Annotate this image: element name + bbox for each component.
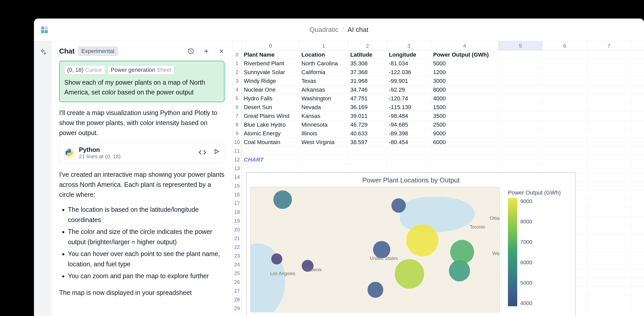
- row-header[interactable]: 16: [232, 190, 242, 199]
- cell[interactable]: [587, 138, 631, 146]
- map-bubble[interactable]: [406, 224, 438, 256]
- cell[interactable]: Nuclear One: [242, 85, 299, 94]
- map-area[interactable]: United StatesLos AngelesPhoenixTorontoOt…: [250, 187, 500, 312]
- cell[interactable]: -98.484: [387, 112, 431, 120]
- row-header[interactable]: 18: [232, 208, 242, 216]
- cell[interactable]: Coal Mountain: [242, 138, 299, 146]
- row-header[interactable]: 5: [232, 94, 242, 103]
- cell[interactable]: [543, 103, 587, 111]
- cell[interactable]: 34.746: [348, 85, 387, 94]
- row-header[interactable]: 13: [232, 164, 242, 173]
- cell[interactable]: [431, 155, 498, 164]
- cell[interactable]: -99.901: [387, 77, 431, 85]
- cell[interactable]: -80.454: [387, 138, 431, 146]
- cell[interactable]: Great Plains Wind: [242, 112, 299, 120]
- cell[interactable]: [587, 243, 631, 251]
- cell[interactable]: 4000: [431, 94, 498, 103]
- cell[interactable]: [587, 234, 631, 243]
- cell[interactable]: [299, 164, 348, 173]
- cell[interactable]: [587, 147, 631, 155]
- cell[interactable]: -115.139: [387, 103, 431, 111]
- cell[interactable]: Desert Sun: [242, 103, 299, 111]
- cell[interactable]: Minnesota: [299, 120, 348, 129]
- row-header[interactable]: 29: [232, 304, 242, 313]
- cell[interactable]: [498, 112, 543, 120]
- row-header[interactable]: 3: [232, 77, 242, 85]
- close-chat-button[interactable]: [218, 48, 225, 54]
- cell[interactable]: [587, 217, 631, 225]
- cell[interactable]: 1200: [431, 68, 498, 76]
- cell[interactable]: Texas: [299, 77, 348, 85]
- cell[interactable]: Hydro Falls: [242, 94, 299, 103]
- cell[interactable]: [498, 68, 543, 76]
- cell[interactable]: [587, 199, 631, 208]
- cell[interactable]: [242, 147, 299, 155]
- cell[interactable]: [498, 155, 543, 164]
- cell[interactable]: [587, 120, 631, 129]
- cell[interactable]: [587, 173, 631, 181]
- cell[interactable]: Windy Ridge: [242, 77, 299, 85]
- cell[interactable]: Kansas: [299, 112, 348, 120]
- cell[interactable]: [543, 138, 587, 146]
- row-header[interactable]: 0: [232, 50, 242, 59]
- cell[interactable]: [498, 129, 543, 138]
- cell[interactable]: Illinois: [299, 129, 348, 138]
- cell[interactable]: [348, 147, 387, 155]
- map-bubble[interactable]: [302, 260, 314, 272]
- cell[interactable]: [299, 155, 348, 164]
- map-bubble[interactable]: [373, 241, 390, 258]
- column-header[interactable]: 7: [587, 41, 631, 50]
- cell[interactable]: [587, 50, 631, 59]
- cell[interactable]: -92.29: [387, 85, 431, 94]
- cell[interactable]: 36.169: [348, 103, 387, 111]
- cell[interactable]: [543, 120, 587, 129]
- view-code-button[interactable]: [199, 148, 206, 157]
- cell[interactable]: [587, 287, 631, 295]
- cell[interactable]: 31.968: [348, 77, 387, 85]
- cell[interactable]: Plant Name: [242, 50, 299, 59]
- cell[interactable]: 40.633: [348, 129, 387, 138]
- breadcrumb-app[interactable]: Quadratic: [310, 26, 339, 34]
- cell[interactable]: [587, 85, 631, 94]
- cell[interactable]: Nevada: [299, 103, 348, 111]
- cell[interactable]: [543, 164, 587, 173]
- cell[interactable]: Latitude: [348, 50, 387, 59]
- map-bubble[interactable]: [271, 253, 282, 265]
- row-header[interactable]: 10: [232, 138, 242, 146]
- cell[interactable]: Riverbend Plant: [242, 59, 299, 68]
- cell[interactable]: [348, 155, 387, 164]
- sheet-corner[interactable]: [232, 41, 242, 50]
- new-chat-button[interactable]: [203, 48, 210, 55]
- cell[interactable]: [587, 304, 631, 313]
- cell[interactable]: -94.685: [387, 120, 431, 129]
- cell[interactable]: Power Output (GWh): [431, 50, 498, 59]
- ai-sparkle-button[interactable]: [37, 46, 49, 58]
- map-bubble[interactable]: [395, 259, 424, 288]
- cell[interactable]: [587, 94, 631, 103]
- cell[interactable]: [543, 112, 587, 120]
- cell[interactable]: [498, 94, 543, 103]
- column-header[interactable]: 4: [431, 41, 498, 50]
- cell[interactable]: [587, 103, 631, 111]
- map-bubble[interactable]: [368, 282, 383, 298]
- row-header[interactable]: 19: [232, 217, 242, 225]
- row-header[interactable]: 27: [232, 287, 242, 295]
- cell[interactable]: [543, 85, 587, 94]
- column-header[interactable]: 1: [299, 41, 348, 50]
- row-header[interactable]: 12: [232, 155, 242, 164]
- cell[interactable]: [587, 225, 631, 234]
- cell[interactable]: [498, 147, 543, 155]
- cell[interactable]: [587, 269, 631, 278]
- cell[interactable]: 47.751: [348, 94, 387, 103]
- cell[interactable]: [543, 50, 587, 59]
- run-code-button[interactable]: [213, 148, 220, 157]
- cell[interactable]: [387, 147, 431, 155]
- row-header[interactable]: 25: [232, 269, 242, 278]
- row-header[interactable]: 14: [232, 173, 242, 181]
- cell[interactable]: [387, 164, 431, 173]
- column-header[interactable]: 2: [348, 41, 387, 50]
- cell[interactable]: 1500: [431, 103, 498, 111]
- row-header[interactable]: 7: [232, 112, 242, 120]
- cell[interactable]: Location: [299, 50, 348, 59]
- cell[interactable]: 6000: [431, 138, 498, 146]
